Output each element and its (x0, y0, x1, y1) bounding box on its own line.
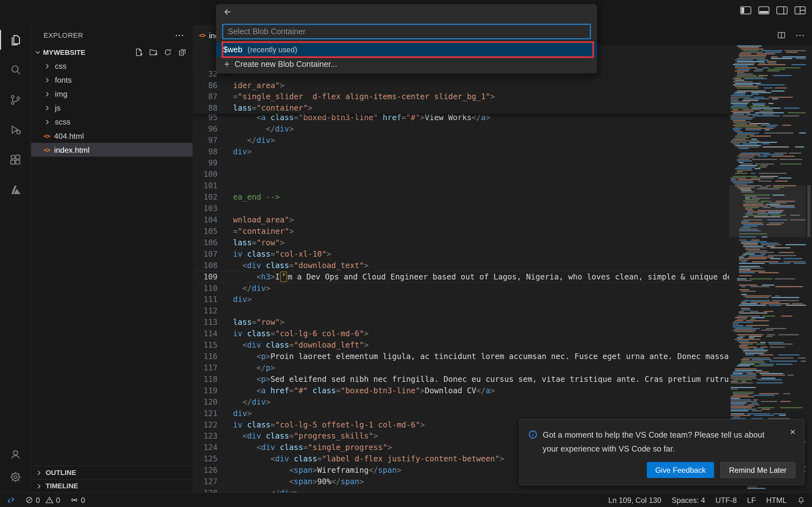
vertical-scrollbar[interactable] (806, 46, 812, 493)
warnings-icon (46, 496, 53, 504)
quick-pick-input[interactable] (222, 24, 591, 39)
toggle-sidebar-icon[interactable] (740, 6, 751, 15)
line-number: 108 (193, 260, 217, 271)
notifications-bell-icon[interactable] (796, 493, 807, 507)
line-number: 122 (193, 419, 217, 430)
toggle-secondary-sidebar-icon[interactable] (776, 6, 788, 15)
azure-icon[interactable] (0, 175, 31, 205)
code-line-107[interactable]: 107iv class="col-xl-10"> (193, 248, 729, 260)
code-line-119[interactable]: 119<a href="#" class="boxed-btn3-line">D… (193, 385, 729, 396)
code-line-106[interactable]: 106lass="row"> (193, 237, 729, 248)
code-line-98[interactable]: 98div> (193, 146, 729, 157)
search-icon[interactable] (0, 55, 31, 85)
chevron-right-icon (35, 482, 43, 490)
extensions-icon[interactable] (0, 145, 31, 175)
status-bar: 0 0 0 Ln 109, Col 130 Spaces: 4 UTF-8 LF… (0, 493, 812, 507)
accounts-icon[interactable] (0, 446, 31, 462)
code-line-120[interactable]: 120</div> (193, 396, 729, 408)
customize-layout-icon[interactable] (794, 6, 806, 15)
code-line-112[interactable]: 112 (193, 305, 729, 317)
eol-indicator[interactable]: LF (745, 493, 757, 507)
code-line-104[interactable]: 104wnload_area"> (193, 214, 729, 226)
editor-more-actions-icon[interactable]: ⋯ (796, 33, 805, 38)
minimap-slider[interactable] (729, 185, 806, 237)
line-number: 117 (193, 362, 217, 374)
vscode-window: EXPLORER ⋯ MYWEBSITE (0, 0, 812, 507)
code-line-111[interactable]: 111div> (193, 294, 729, 305)
code-line-102[interactable]: 102ea_end --> (193, 191, 729, 203)
chevron-right-icon (44, 62, 51, 70)
tree-item-fonts[interactable]: fonts (31, 73, 193, 87)
explorer-icon[interactable] (0, 25, 31, 55)
settings-gear-icon[interactable] (0, 469, 31, 485)
code-line-88[interactable]: 88lass="container"> (193, 102, 729, 114)
code-line-97[interactable]: 97</div> (193, 134, 729, 146)
source-control-icon[interactable] (0, 85, 31, 115)
explorer-more-actions-icon[interactable]: ⋯ (175, 33, 184, 38)
code-line-115[interactable]: 115<div class="download_left"> (193, 339, 729, 351)
run-and-debug-icon[interactable] (0, 115, 31, 145)
code-line-108[interactable]: 108<div class="download_text"> (193, 260, 729, 271)
refresh-icon[interactable] (164, 48, 172, 56)
workspace-name: MYWEBSITE (43, 49, 85, 56)
code-line-103[interactable]: 103 (193, 203, 729, 214)
errors-icon (26, 496, 33, 504)
code-line-86[interactable]: 86ider_area"> (193, 79, 729, 91)
quick-pick-item-label: Create new Blob Container... (235, 60, 338, 69)
indentation[interactable]: Spaces: 4 (670, 493, 707, 507)
code-line-100[interactable]: 100 (193, 169, 729, 180)
line-number: 100 (193, 169, 217, 180)
code-line-118[interactable]: 118<p>Sed eleifend sed nibh nec fringill… (193, 374, 729, 385)
info-icon (528, 430, 537, 456)
html-file-icon: <> (44, 146, 50, 153)
new-file-icon[interactable] (135, 48, 143, 56)
code-line-116[interactable]: 116<p>Proin laoreet elementum ligula, ac… (193, 351, 729, 362)
quick-pick-item-web[interactable]: $web (recently used) (216, 43, 597, 57)
code-line-105[interactable]: 105="container"> (193, 226, 729, 237)
line-number: 126 (193, 464, 217, 476)
outline-section-header[interactable]: OUTLINE (31, 465, 193, 479)
quick-pick-item-create[interactable]: Create new Blob Container... (216, 57, 597, 72)
tree-item-index.html[interactable]: <>index.html (31, 143, 193, 157)
scrollbar-handle[interactable] (807, 185, 810, 237)
tree-item-404.html[interactable]: <>404.html (31, 129, 193, 143)
code-line-109[interactable]: 109<h3>I’m a Dev Ops and Cloud Engineer … (193, 271, 729, 283)
line-number: 99 (193, 157, 217, 169)
ports-indicator[interactable]: 0 (69, 493, 87, 507)
close-icon[interactable]: × (790, 428, 796, 456)
code-line-128[interactable]: 128</div> (193, 487, 729, 493)
collapse-all-icon[interactable] (178, 48, 187, 56)
code-line-121[interactable]: 121div> (193, 408, 729, 419)
warning-count: 0 (56, 496, 60, 504)
split-editor-icon[interactable] (777, 31, 786, 40)
line-number: 96 (193, 123, 217, 135)
tree-item-js[interactable]: js (31, 101, 193, 115)
language-mode[interactable]: HTML (765, 493, 788, 507)
tree-item-scss[interactable]: scss (31, 115, 193, 129)
back-arrow-icon[interactable] (223, 8, 232, 16)
code-line-96[interactable]: 96</div> (193, 123, 729, 135)
code-line-101[interactable]: 101 (193, 180, 729, 191)
new-folder-icon[interactable] (149, 48, 157, 56)
code-line-110[interactable]: 110</div> (193, 282, 729, 294)
folder-section-header[interactable]: MYWEBSITE (31, 46, 193, 59)
encoding[interactable]: UTF-8 (714, 493, 739, 507)
code-line-117[interactable]: 117</p> (193, 362, 729, 374)
problems-indicator[interactable]: 0 0 (24, 493, 61, 507)
tree-item-img[interactable]: img (31, 87, 193, 101)
give-feedback-button[interactable]: Give Feedback (647, 462, 714, 478)
code-line-113[interactable]: 113lass="row"> (193, 317, 729, 328)
cursor-position[interactable]: Ln 109, Col 130 (607, 493, 663, 507)
file-tree: cssfontsimgjsscss<>404.html<>index.html (31, 59, 193, 157)
tree-item-css[interactable]: css (31, 59, 193, 73)
line-number: 127 (193, 476, 217, 487)
toggle-panel-icon[interactable] (758, 6, 769, 15)
remote-window-icon[interactable] (5, 493, 16, 507)
chevron-right-icon (44, 90, 51, 98)
line-number: 120 (193, 396, 217, 408)
code-line-99[interactable]: 99 (193, 157, 729, 169)
code-line-87[interactable]: 87="single_slider d-flex align-items-cen… (193, 91, 729, 102)
remind-me-later-button[interactable]: Remind Me Later (720, 462, 796, 478)
code-line-114[interactable]: 114iv class="col-lg-6 col-md-6"> (193, 328, 729, 339)
timeline-section-header[interactable]: TIMELINE (31, 479, 193, 493)
